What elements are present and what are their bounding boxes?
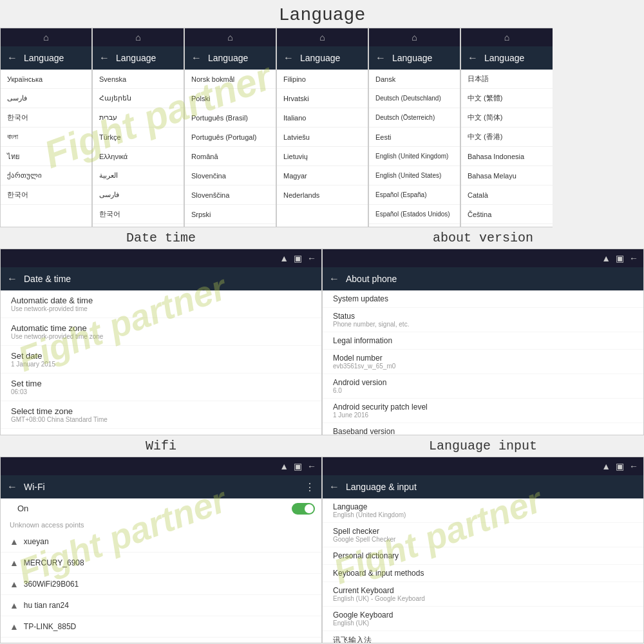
wifi-network-xueyan[interactable]: ▲ xueyan [1,531,321,553]
list-item[interactable]: 日本語 [461,70,553,89]
list-item[interactable]: Deutsch (Österreich) [369,108,460,128]
back-arrow-2[interactable]: ← [99,52,109,64]
back-icon-wifi: ▣ [294,461,302,471]
wifi-name: hu tian ran24 [24,601,69,610]
back-icon-dt: ▣ [294,253,302,263]
header-bar-1: ← Language [1,46,91,70]
list-item[interactable]: 中文 (简体) [461,108,553,128]
list-item[interactable]: Română [185,147,276,166]
list-item[interactable]: Português (Brasil) [185,108,276,128]
google-keyboard-item[interactable]: Google Keyboard English (UK) [323,607,643,631]
set-time-item[interactable]: Set time 06:03 [1,374,321,401]
list-item[interactable]: Bahasa Melayu [461,166,553,185]
back-arrow-6[interactable]: ← [468,52,478,64]
24h-format-item[interactable]: Use 24-hour format 13:00 [1,429,321,435]
list-item[interactable]: Հայերեն [93,89,184,108]
list-item[interactable]: Español (Estados Unidos) [369,205,460,224]
list-item[interactable]: Dansk [369,70,460,89]
list-item[interactable]: Srpski [185,205,276,224]
list-item[interactable]: Svenska [93,70,184,89]
list-item[interactable]: 한국어 [93,205,184,224]
list-item[interactable]: 中文 (香港) [461,128,553,147]
list-item[interactable]: Nederlands [277,185,368,205]
list-item[interactable]: Latviešu [277,128,368,147]
back-arrow-5[interactable]: ← [375,52,386,64]
list-item[interactable]: Norsk bokmål [185,70,276,89]
list-item[interactable]: English (United States) [369,166,460,185]
baseband-item[interactable]: Baseband version MOLY.LR9.W1444.MD.LWTG.… [323,423,643,435]
xunfei-input-item[interactable]: 讯飞输入法 [323,631,643,643]
list-item[interactable]: Suomi [185,224,276,227]
list-item[interactable]: বাংলা [1,128,91,147]
personal-dict-item[interactable]: Personal dictionary [323,547,643,565]
list-item[interactable]: Italiano [277,108,368,128]
wifi-signal-icon: ▲ [10,621,19,632]
list-item[interactable]: فارسی [1,89,91,108]
list-item[interactable]: Español (España) [369,185,460,205]
legal-item[interactable]: Legal information [323,332,643,350]
header-bar-6: ← Language [461,46,553,70]
list-item[interactable]: 한국어 [1,108,91,128]
linput-back[interactable]: ← [329,481,339,493]
set-date-item[interactable]: Set date 1 January 2015 [1,346,321,374]
set-time-subtitle: 06:03 [11,388,42,395]
list-item[interactable]: Bahasa Indonesia [461,147,553,166]
security-patch-item[interactable]: Android security patch level 1 June 2016 [323,399,643,423]
select-tz-item[interactable]: Select time zone GMT+08:00 China Standar… [1,401,321,429]
wifi-back[interactable]: ← [7,481,17,493]
language-screen-1: ⌂ ← Language Українська فارسی 한국어 বাংলা … [0,28,92,227]
wifi-toggle[interactable] [292,503,315,515]
spellcheck-item[interactable]: Spell checker Google Spell Checker [323,523,643,547]
back-arrow-4[interactable]: ← [283,52,294,64]
list-item[interactable]: Magyar [277,166,368,185]
wifi-menu-icon[interactable]: ⋮ [305,481,315,493]
wifi-network-chengyu[interactable]: ▲ 成鱼 [1,638,321,643]
list-item[interactable]: Slovenščina [185,185,276,205]
list-item[interactable]: Eesti [369,128,460,147]
list-item[interactable]: 한국어 [1,185,91,205]
model-item[interactable]: Model number evb3561sv_w_65_m0 [323,350,643,374]
auto-timezone-item[interactable]: Automatic time zone Use network-provided… [1,318,321,346]
list-item[interactable]: Lietuvių [277,147,368,166]
list-item[interactable]: Türkçe [93,128,184,147]
list-item[interactable]: Català [461,185,553,205]
list-item[interactable]: Deutsch (Deutschland) [369,89,460,108]
list-item[interactable]: বাংলা [93,224,184,227]
list-item[interactable]: English (United Kingdom) [369,147,460,166]
home-icon-dt: ← [307,253,316,263]
about-back[interactable]: ← [329,273,339,285]
language-input-label: Language input [322,435,644,457]
wifi-network-hutian[interactable]: ▲ hu tian ran24 [1,595,321,616]
current-keyboard-item[interactable]: Current Keyboard English (UK) - Google K… [323,582,643,607]
wifi-signal-icon: ▲ [10,600,19,611]
back-arrow-3[interactable]: ← [191,52,202,64]
list-item[interactable]: Ελληνικά [93,147,184,166]
list-item[interactable]: ქართული [1,166,91,185]
header-title-1: Language [24,53,64,63]
datetime-back[interactable]: ← [7,273,17,285]
list-item[interactable]: فارسی [93,185,184,205]
list-item[interactable]: Čeština [461,205,553,224]
list-item[interactable]: Hrvatski [277,89,368,108]
back-arrow-1[interactable]: ← [7,52,17,64]
wifi-network-tplink[interactable]: ▲ TP-LINK_885D [1,616,321,638]
wifi-name: xueyan [24,537,49,546]
list-item[interactable]: Polski [185,89,276,108]
list-item[interactable]: Slovenčina [185,166,276,185]
list-item[interactable]: العربية [93,166,184,185]
list-item[interactable]: עברית [93,108,184,128]
list-item[interactable]: ไทย [1,147,91,166]
system-updates-item[interactable]: System updates [323,290,643,308]
list-item[interactable]: 中文 (繁體) [461,89,553,108]
set-time-title: Set time [11,379,42,388]
android-version-item[interactable]: Android version 6.0 [323,374,643,399]
list-item[interactable]: Filipino [277,70,368,89]
wifi-network-mercury[interactable]: ▲ MERCURY_6908 [1,553,321,574]
list-item[interactable]: Українська [1,70,91,89]
wifi-network-360[interactable]: ▲ 360WiFi29B061 [1,574,321,595]
auto-date-item[interactable]: Automatic date & time Use network-provid… [1,290,321,318]
keyboard-methods-item[interactable]: Keyboard & input methods [323,565,643,582]
list-item[interactable]: Português (Portugal) [185,128,276,147]
language-item[interactable]: Language English (United Kingdom) [323,498,643,523]
status-item[interactable]: Status Phone number, signal, etc. [323,308,643,332]
